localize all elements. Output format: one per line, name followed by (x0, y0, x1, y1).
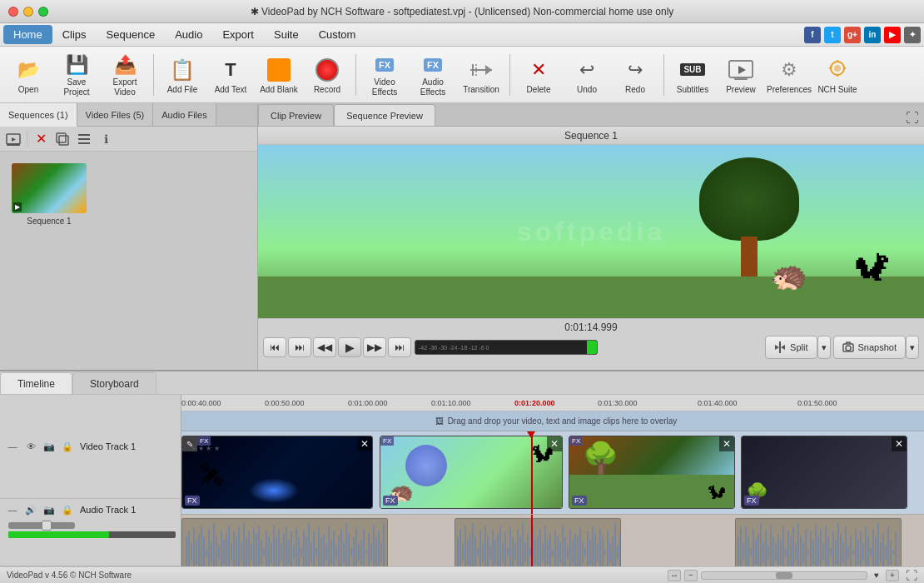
video-track-lock[interactable]: 🔒 (60, 439, 75, 454)
minimize-button[interactable] (23, 7, 33, 17)
redo-button[interactable]: ↪ Redo (612, 51, 658, 99)
video-clip-1[interactable]: ★ ★ ★ ★ 🛰 FX ✕ ✎ FX (181, 436, 373, 509)
clip3-fx-badge: FX (569, 436, 583, 446)
preferences-button[interactable]: ⚙ Preferences (766, 51, 812, 99)
add-text-button[interactable]: T Add Text (207, 51, 254, 99)
prev-frame-button[interactable]: ⏭ (288, 337, 311, 357)
nch-suite-button[interactable]: NCH Suite (814, 51, 861, 99)
expand-timeline-button[interactable]: ⛶ (906, 569, 917, 582)
audio-effects-button[interactable]: FX Audio Effects (410, 51, 456, 99)
clip2-close-btn[interactable]: ✕ (547, 436, 562, 451)
audio-clip-2[interactable]: FX 🔊 🔗 (455, 518, 621, 566)
open-button[interactable]: 📂 Open (5, 51, 52, 99)
social-links[interactable]: f t g+ in ▶ ✦ (804, 27, 921, 43)
audio-track-label: — 🔊 📷 🔒 Audio Track 1 (0, 499, 181, 566)
video-track-camera[interactable]: 📷 (42, 439, 57, 454)
tab-audio-files[interactable]: Audio Files (153, 103, 216, 126)
preview-button[interactable]: Preview (718, 51, 764, 99)
audio-track-collapse[interactable]: — (5, 502, 20, 517)
clip4-close-btn[interactable]: ✕ (892, 436, 907, 451)
add-file-button[interactable]: 📋 Add File (159, 51, 206, 99)
volume-slider[interactable] (8, 522, 75, 529)
video-effects-button[interactable]: FX Video Effects (361, 51, 408, 99)
expand-preview-button[interactable]: ⛶ (906, 111, 919, 126)
step-back-button[interactable]: ◀◀ (313, 337, 336, 357)
snapshot-button[interactable]: Snapshot (833, 336, 906, 359)
export-video-button[interactable]: 📤 Export Video (102, 51, 148, 99)
delete-button[interactable]: ✕ Delete (515, 51, 562, 99)
video-clip-3[interactable]: 🌳 🐿 FX ✕ FX (569, 436, 735, 509)
subtitles-button[interactable]: SUB Subtitles (669, 51, 716, 99)
timeline-ruler: 0:00:40.000 0:00:50.000 0:01:00.000 0:01… (181, 395, 924, 411)
zoom-in-button[interactable]: + (886, 570, 899, 581)
video-track-controls: — 👁 📷 🔒 Video Track 1 (5, 439, 176, 454)
menu-export[interactable]: Export (212, 25, 264, 44)
youtube-icon[interactable]: ▶ (884, 27, 901, 43)
transition-button[interactable]: Transition (458, 51, 504, 99)
remove-sequence-button[interactable]: ✕ (31, 129, 51, 149)
record-button[interactable]: Record (304, 51, 350, 99)
ruler-mark-3: 0:01:10.000 (431, 399, 471, 407)
menu-audio[interactable]: Audio (165, 25, 212, 44)
sequence-title: Sequence 1 (258, 127, 924, 145)
list-view-button[interactable] (74, 129, 94, 149)
audio-clip-3[interactable]: FX 🔊 🔗 (735, 518, 902, 566)
video-track-eye[interactable]: 👁 (23, 439, 38, 454)
add-blank-button[interactable]: Add Blank (256, 51, 302, 99)
time-display: 0:01:14.999 (263, 321, 919, 333)
scroll-left-button[interactable]: ↔ (668, 570, 681, 581)
tab-video-files[interactable]: Video Files (5) (77, 103, 154, 126)
snapshot-dropdown-button[interactable]: ▾ (906, 336, 919, 359)
menu-clips[interactable]: Clips (52, 25, 97, 44)
video-clip-2[interactable]: 🐿 🦔 FX ✕ FX (380, 436, 563, 509)
panel-content: ▶ Sequence 1 (0, 152, 257, 370)
info-button[interactable]: ℹ (96, 129, 116, 149)
rss-icon[interactable]: ✦ (904, 27, 921, 43)
save-project-button[interactable]: 💾 Save Project (53, 51, 100, 99)
timeline-scrollbar[interactable] (701, 571, 867, 580)
video-clip-4[interactable]: 🌳 FX ✕ (741, 436, 907, 509)
clip3-close-btn[interactable]: ✕ (719, 436, 734, 451)
tab-sequence-preview[interactable]: Sequence Preview (334, 104, 435, 126)
undo-button[interactable]: ↩ Undo (564, 51, 610, 99)
menu-custom[interactable]: Custom (309, 25, 366, 44)
scroll-heart: ♥ (871, 571, 882, 580)
zoom-out-button[interactable]: − (684, 570, 698, 581)
tab-timeline[interactable]: Timeline (0, 372, 72, 394)
svg-point-26 (846, 346, 851, 351)
svg-marker-15 (12, 137, 16, 142)
tab-sequences[interactable]: Sequences (1) (0, 103, 77, 127)
add-sequence-button[interactable] (3, 129, 23, 149)
split-dropdown-button[interactable]: ▾ (817, 336, 831, 359)
split-button[interactable]: Split (765, 336, 817, 359)
skip-to-start-button[interactable]: ⏮ (263, 337, 286, 357)
audio-track-camera2[interactable]: 📷 (42, 502, 57, 517)
video-track-collapse[interactable]: — (5, 439, 20, 454)
linkedin-icon[interactable]: in (864, 27, 881, 43)
top-panels: Sequences (1) Video Files (5) Audio File… (0, 103, 924, 370)
clip1-close-btn[interactable]: ✕ (357, 436, 372, 451)
twitter-icon[interactable]: t (824, 27, 841, 43)
menu-home[interactable]: Home (3, 25, 52, 44)
play-button[interactable]: ▶ (338, 337, 361, 357)
close-button[interactable] (8, 7, 18, 17)
audio-track-controls: — 🔊 📷 🔒 Audio Track 1 (5, 502, 176, 517)
audio-clip-1[interactable]: FX 🔊 🔗 (181, 518, 388, 566)
window-controls[interactable] (8, 7, 48, 17)
maximize-button[interactable] (38, 7, 48, 17)
track-area[interactable]: 0:00:40.000 0:00:50.000 0:01:00.000 0:01… (181, 395, 924, 566)
step-forward-button[interactable]: ▶▶ (363, 337, 386, 357)
duplicate-button[interactable] (52, 129, 72, 149)
facebook-icon[interactable]: f (804, 27, 821, 43)
menu-suite[interactable]: Suite (264, 25, 309, 44)
audio-track-lock[interactable]: 🔒 (60, 502, 75, 517)
clip1-edit-icon: ✎ (182, 436, 197, 451)
tab-clip-preview[interactable]: Clip Preview (258, 104, 334, 126)
sequence-item[interactable]: ▶ Sequence 1 (7, 158, 92, 231)
menu-sequence[interactable]: Sequence (97, 25, 166, 44)
tab-storyboard[interactable]: Storyboard (72, 372, 156, 394)
skip-to-end-button[interactable]: ⏭ (388, 337, 411, 357)
googleplus-icon[interactable]: g+ (844, 27, 861, 43)
audio-track-speaker[interactable]: 🔊 (23, 502, 38, 517)
open-label: Open (18, 85, 38, 95)
